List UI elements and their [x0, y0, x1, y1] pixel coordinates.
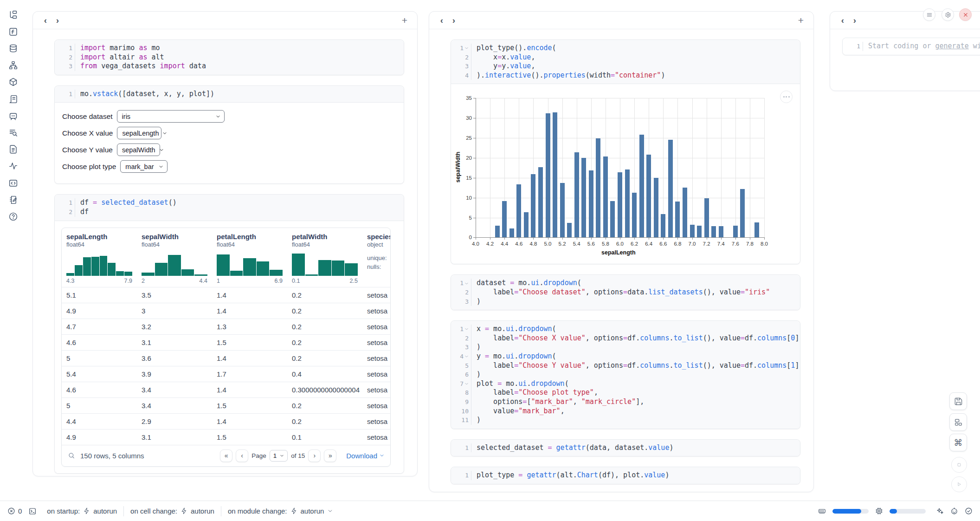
panel-back-button[interactable]: ‹ — [837, 14, 849, 26]
table-row[interactable]: 5.43.91.70.4setosa — [62, 366, 390, 382]
stop-button[interactable] — [951, 457, 967, 473]
chart-bar — [654, 178, 658, 238]
panel-back-button[interactable]: ‹ — [436, 14, 448, 26]
cell-plot-type-editor[interactable]: 1plot_type = getattr(alt.Chart(df), plot… — [451, 467, 800, 484]
settings-gear-icon[interactable] — [941, 8, 954, 21]
table-row[interactable]: 53.61.40.2setosa — [62, 350, 390, 366]
chart-bar — [516, 184, 521, 237]
table-cell: 0.2 — [287, 287, 362, 303]
table-cell: 5.1 — [62, 287, 137, 303]
cell-imports-editor[interactable]: 1import marimo as mo2import altair as al… — [55, 40, 404, 75]
panel-forward-button[interactable]: › — [448, 14, 460, 26]
layout-toggle-button[interactable] — [949, 413, 967, 431]
column-header-petalLength[interactable]: petalLengthfloat6416.9 — [212, 228, 287, 287]
first-page-button[interactable]: « — [220, 449, 232, 462]
ai-sparkles-icon[interactable] — [936, 507, 944, 515]
line-number: 1 — [58, 44, 75, 53]
menu-icon[interactable] — [923, 8, 935, 21]
terminal-icon[interactable] — [28, 507, 37, 515]
cell-vstack-editor[interactable]: 1mo.vstack([dataset, x, y, plot]) — [55, 86, 404, 103]
chart-bar — [719, 226, 723, 237]
cell-xy-plot-dropdowns-editor[interactable]: 1x = mo.ui.dropdown(2 label="Choose X va… — [451, 321, 800, 429]
table-row[interactable]: 4.63.41.40.3000000000000004setosa — [62, 382, 390, 397]
cell-imports: 1import marimo as mo2import altair as al… — [54, 39, 404, 75]
fold-chevron-icon[interactable] — [464, 281, 469, 286]
fold-chevron-icon[interactable] — [464, 46, 469, 50]
table-row[interactable]: 4.63.11.50.2setosa — [62, 334, 390, 350]
panel-forward-button[interactable]: › — [849, 14, 861, 26]
column-dtype: float64 — [66, 241, 132, 248]
chart-bar — [610, 201, 615, 238]
choose-x-value-select[interactable]: sepalLength — [117, 127, 161, 139]
table-row[interactable]: 4.93.11.50.1setosa — [62, 429, 390, 445]
cell-df: 1df = selected_dataset()2dfsepalLengthfl… — [54, 194, 404, 473]
sidebar-dependency-graph-icon[interactable] — [6, 59, 20, 72]
sidebar-snippets-icon[interactable] — [6, 176, 20, 190]
fold-chevron-icon[interactable] — [464, 382, 469, 386]
column-header-species[interactable]: speciesobjectunique:nulls: — [362, 228, 390, 287]
table-row[interactable]: 5.13.51.40.2setosa — [62, 287, 390, 303]
column-header-sepalWidth[interactable]: sepalWidthfloat6424.4 — [137, 228, 212, 287]
code-text: import marimo as mo — [80, 44, 160, 53]
chart-bar — [589, 170, 593, 238]
page-select[interactable]: 1 — [270, 450, 288, 462]
table-cell: 1.7 — [212, 366, 287, 382]
table-cell: 0.2 — [287, 398, 362, 413]
code-text: y=y.value, — [477, 62, 535, 71]
column-header-petalWidth[interactable]: petalWidthfloat640.12.5 — [287, 228, 362, 287]
sidebar-logs-icon[interactable] — [6, 92, 20, 106]
search-icon[interactable] — [68, 452, 75, 459]
assistant-bot-icon[interactable] — [950, 507, 958, 515]
fold-chevron-icon[interactable] — [464, 354, 469, 358]
cell-dataset-dropdown-editor[interactable]: 1dataset = mo.ui.dropdown(2 label="Choos… — [451, 275, 800, 310]
sidebar-documentation-icon[interactable] — [6, 143, 20, 156]
fold-chevron-icon[interactable] — [464, 327, 469, 331]
choose-dataset-select[interactable]: iris — [117, 110, 225, 123]
download-button[interactable]: Download — [346, 452, 384, 460]
last-page-button[interactable]: » — [324, 449, 336, 462]
sidebar-file-explorer-icon[interactable] — [6, 8, 20, 22]
add-cell-button[interactable]: + — [795, 14, 807, 26]
table-row[interactable]: 53.41.50.2setosa — [62, 397, 390, 413]
chart-bar — [596, 138, 600, 237]
dropdown-label: Choose dataset — [62, 112, 113, 121]
x-tick-label: 7.4 — [713, 241, 729, 247]
table-row[interactable]: 4.931.40.2setosa — [62, 303, 390, 319]
x-axis-line — [476, 237, 764, 238]
close-icon[interactable] — [959, 8, 972, 21]
table-cell: setosa — [362, 351, 390, 366]
sidebar-ai-chat-icon[interactable] — [6, 109, 20, 123]
runtime-config-item[interactable]: on startup:autorun — [40, 507, 123, 515]
table-cell: setosa — [362, 319, 390, 334]
sidebar-help-icon[interactable] — [6, 209, 20, 223]
sidebar-tracing-icon[interactable] — [6, 159, 20, 173]
table-row[interactable]: 4.73.21.30.2setosa — [62, 319, 390, 334]
panel-forward-button[interactable]: › — [52, 14, 64, 26]
cell-selected-dataset-editor[interactable]: 1selected_dataset = getattr(data, datase… — [451, 440, 800, 456]
panel-back-button[interactable]: ‹ — [39, 14, 52, 26]
choose-y-value-select[interactable]: sepalWidth — [117, 143, 160, 156]
scratch-editor[interactable]: 1Start coding or generate with AI — [843, 38, 980, 55]
error-indicator[interactable]: 0 — [7, 507, 22, 515]
chevron-down-icon — [327, 508, 333, 514]
prev-page-button[interactable]: ‹ — [236, 449, 248, 462]
sidebar-variables-icon[interactable] — [6, 25, 20, 39]
sidebar-data-sources-icon[interactable] — [6, 41, 20, 55]
runtime-config-item[interactable]: on cell change:autorun — [124, 507, 221, 515]
sidebar-scratchpad-icon[interactable] — [6, 193, 20, 207]
sidebar-log-search-icon[interactable] — [6, 125, 20, 139]
run-all-button[interactable] — [951, 476, 967, 492]
sidebar-packages-icon[interactable] — [6, 75, 20, 89]
next-page-button[interactable]: › — [308, 449, 321, 462]
chart-bar — [639, 135, 644, 237]
save-button[interactable] — [949, 392, 967, 410]
cell-df-editor[interactable]: 1df = selected_dataset()2df — [55, 195, 404, 221]
table-row[interactable]: 4.42.91.40.2setosa — [62, 413, 390, 429]
column-header-sepalLength[interactable]: sepalLengthfloat644.37.9 — [62, 228, 137, 287]
add-cell-button[interactable]: + — [399, 14, 411, 26]
choose-plot-type-select[interactable]: mark_bar — [120, 160, 168, 173]
keyboard-shortcuts-button[interactable]: ⌘ — [949, 434, 967, 451]
runtime-config-item[interactable]: on module change:autorun — [221, 507, 340, 515]
chart-options-button[interactable] — [780, 91, 793, 103]
cell-plot-editor[interactable]: 1plot_type().encode(2 x=x.value,3 y=y.va… — [451, 40, 800, 84]
